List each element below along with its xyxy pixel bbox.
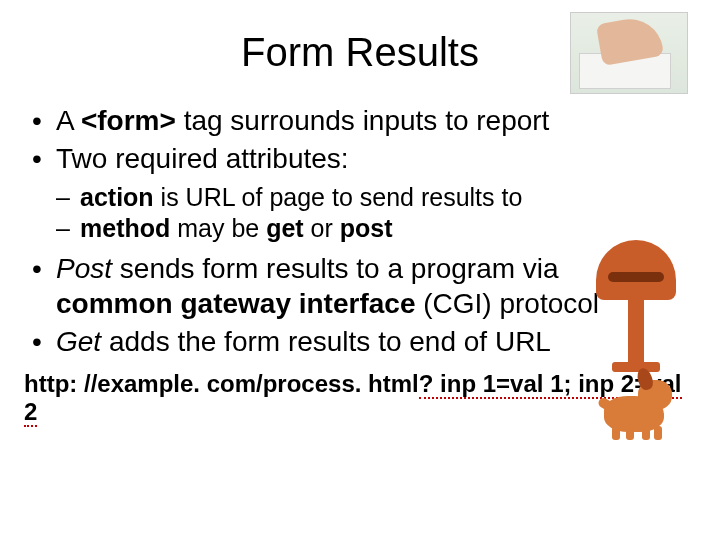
post-italic: Post [56, 253, 112, 284]
sub-bullet-method: method may be get or post [56, 214, 700, 243]
sub-bullet-list: action is URL of page to send results to… [56, 183, 700, 243]
get-keyword: get [266, 214, 304, 242]
bullet-get: Get adds the form results to end of URL [28, 324, 628, 360]
post-keyword: post [340, 214, 393, 242]
form-tag-keyword: <form> [81, 105, 176, 136]
dog-icon [598, 360, 688, 440]
bullet-form-tag: A <form> tag surrounds inputs to report [28, 103, 588, 139]
bullet-required-attrs: Two required attributes: [28, 141, 588, 177]
sub-bullet-action: action is URL of page to send results to [56, 183, 700, 212]
get-italic: Get [56, 326, 101, 357]
method-keyword: method [80, 214, 170, 242]
cgi-keyword: common gateway interface [56, 288, 415, 319]
url-base: http: //example. com/process. html [24, 370, 419, 397]
bullet-post: Post sends form results to a program via… [28, 251, 628, 323]
mailbox-dog-clipart [550, 240, 690, 440]
action-keyword: action [80, 183, 154, 211]
form-filling-image [570, 12, 688, 94]
mailbox-icon [596, 240, 676, 300]
bullet-list: A <form> tag surrounds inputs to report … [28, 103, 700, 177]
